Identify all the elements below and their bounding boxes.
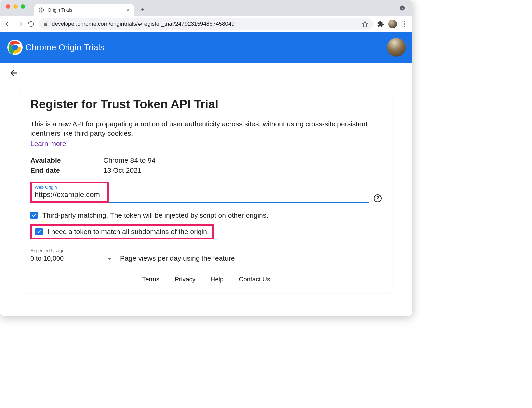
browser-tab-strip: Origin Trials × +: [0, 0, 412, 16]
browser-toolbar: developer.chrome.com/origintrials/#/regi…: [0, 16, 412, 32]
page-heading: Register for Trust Token API Trial: [30, 98, 382, 111]
browser-menu-button[interactable]: [401, 21, 408, 27]
globe-icon: [38, 7, 44, 13]
tab-close-icon[interactable]: ×: [126, 7, 130, 14]
expected-usage-field: Expected Usage 0 to 10,000: [30, 248, 113, 264]
browser-tab[interactable]: Origin Trials ×: [34, 4, 134, 16]
usage-description: Page views per day using the feature: [120, 254, 235, 262]
footer-links: Terms Privacy Help Contact Us: [30, 276, 382, 283]
chrome-window-menu-icon[interactable]: [399, 5, 406, 13]
web-origin-input[interactable]: [35, 190, 104, 199]
new-tab-button[interactable]: +: [137, 5, 147, 15]
page-description: This is a new API for propagating a noti…: [30, 119, 382, 138]
page-subheader: [0, 63, 412, 83]
bookmark-star-icon[interactable]: [362, 21, 368, 27]
end-date-label: End date: [30, 166, 103, 174]
available-label: Available: [30, 156, 103, 164]
app-header: Chrome Origin Trials: [0, 32, 412, 63]
web-origin-field: Web Origin: [30, 182, 382, 203]
footer-contact-link[interactable]: Contact Us: [239, 276, 270, 283]
learn-more-link[interactable]: Learn more: [30, 140, 66, 148]
subdomains-label: I need a token to match all subdomains o…: [47, 228, 209, 236]
third-party-checkbox-row[interactable]: Third-party matching. The token will be …: [30, 211, 382, 219]
highlight-subdomain-checkbox: I need a token to match all subdomains o…: [30, 224, 214, 239]
profile-avatar-small[interactable]: [388, 20, 397, 28]
page-back-button[interactable]: [9, 68, 19, 78]
nav-forward-button: [16, 20, 23, 28]
window-controls: [6, 0, 25, 16]
third-party-label: Third-party matching. The token will be …: [42, 211, 268, 219]
extensions-icon[interactable]: [377, 20, 384, 28]
expected-usage-label: Expected Usage: [30, 248, 113, 253]
footer-privacy-link[interactable]: Privacy: [175, 276, 195, 283]
profile-avatar-large[interactable]: [387, 38, 406, 57]
checkbox-checked-icon[interactable]: [35, 228, 43, 235]
footer-terms-link[interactable]: Terms: [142, 276, 159, 283]
highlight-web-origin: Web Origin: [30, 182, 109, 203]
lock-icon: [43, 21, 48, 26]
checkbox-checked-icon[interactable]: [30, 212, 38, 219]
registration-card: Register for Trust Token API Trial This …: [20, 89, 392, 293]
help-icon[interactable]: [373, 194, 382, 203]
footer-help-link[interactable]: Help: [210, 276, 223, 283]
window-maximize-button[interactable]: [21, 4, 25, 9]
url-text: developer.chrome.com/origintrials/#/regi…: [52, 21, 235, 27]
chrome-logo-icon: [7, 39, 23, 56]
app-title: Chrome Origin Trials: [25, 42, 104, 53]
available-value: Chrome 84 to 94: [103, 156, 155, 164]
expected-usage-select[interactable]: 0 to 10,000: [30, 253, 113, 264]
nav-back-button[interactable]: [5, 20, 12, 28]
window-minimize-button[interactable]: [13, 4, 18, 9]
end-date-value: 13 Oct 2021: [103, 166, 141, 174]
tab-title: Origin Trials: [48, 7, 72, 13]
address-bar[interactable]: developer.chrome.com/origintrials/#/regi…: [39, 18, 373, 30]
reload-button[interactable]: [27, 20, 35, 28]
window-close-button[interactable]: [6, 4, 10, 9]
web-origin-label: Web Origin: [35, 185, 104, 190]
